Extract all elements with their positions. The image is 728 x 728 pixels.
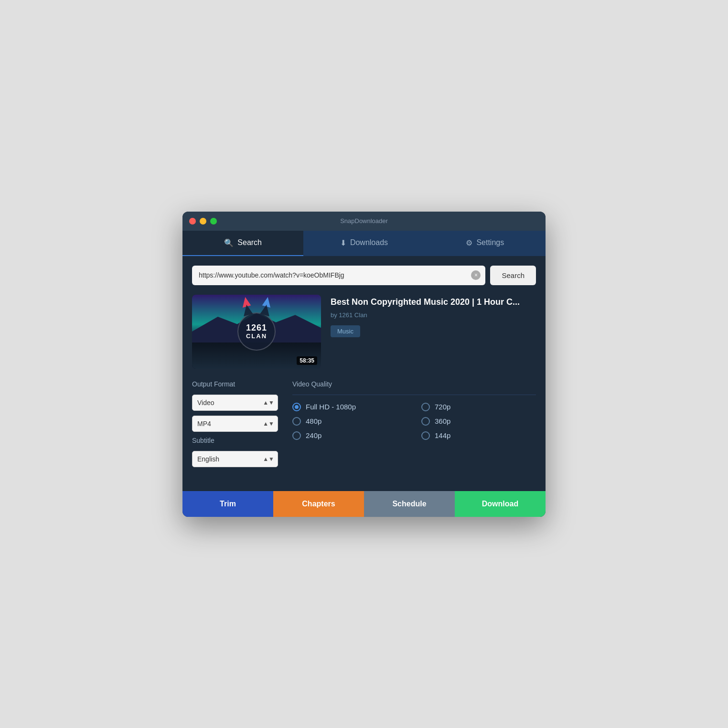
- quality-480p[interactable]: 480p: [292, 417, 407, 426]
- url-bar: × Search: [192, 266, 536, 285]
- type-select-wrap: Video Audio MP3 ▲▼: [192, 395, 278, 411]
- logo-number: 1261: [246, 323, 267, 333]
- url-input[interactable]: [192, 266, 485, 285]
- downloads-tab-icon: ⬇: [340, 238, 346, 247]
- search-tab-label: Search: [237, 238, 262, 247]
- options-left: Output Format Video Audio MP3 ▲▼ MP4 MKV…: [192, 380, 278, 472]
- downloads-tab-label: Downloads: [350, 238, 388, 247]
- subtitle-select-wrap: English None Spanish ▲▼: [192, 451, 278, 467]
- options-row: Output Format Video Audio MP3 ▲▼ MP4 MKV…: [192, 380, 536, 472]
- traffic-lights: [189, 218, 217, 225]
- radio-720p[interactable]: [421, 403, 430, 411]
- logo-text: 1261 CLAN: [246, 323, 267, 340]
- radio-inner-1080p: [295, 405, 299, 409]
- quality-1080p[interactable]: Full HD - 1080p: [292, 403, 407, 411]
- bottom-bar: Trim Chapters Schedule Download: [182, 491, 546, 517]
- tab-bar: 🔍 Search ⬇ Downloads ⚙ Settings: [182, 231, 546, 256]
- quality-label: Video Quality: [292, 380, 536, 388]
- quality-grid: Full HD - 1080p 720p 480p 360p: [292, 403, 536, 440]
- url-input-wrap: ×: [192, 266, 485, 285]
- app-title: SnapDownloader: [340, 217, 388, 225]
- chapters-button[interactable]: Chapters: [273, 491, 364, 517]
- titlebar: SnapDownloader: [182, 212, 546, 231]
- tab-downloads[interactable]: ⬇ Downloads: [303, 231, 424, 256]
- tab-search[interactable]: 🔍 Search: [182, 231, 303, 256]
- video-section: 1261 CLAN 58:35 Best Non Copyrighted Mus…: [192, 295, 536, 369]
- quality-144p[interactable]: 144p: [421, 431, 536, 440]
- subtitle-label: Subtitle: [192, 437, 278, 444]
- quality-label-480p: 480p: [306, 417, 321, 425]
- logo-circle: 1261 CLAN: [237, 312, 276, 351]
- subtitle-select[interactable]: English None Spanish: [192, 451, 278, 467]
- tab-settings[interactable]: ⚙ Settings: [425, 231, 546, 256]
- video-info: Best Non Copyrighted Music 2020 | 1 Hour…: [331, 295, 536, 369]
- main-content: × Search 1261: [182, 256, 546, 482]
- duration-badge: 58:35: [297, 356, 317, 365]
- quality-240p[interactable]: 240p: [292, 431, 407, 440]
- minimize-button[interactable]: [200, 218, 206, 225]
- video-title: Best Non Copyrighted Music 2020 | 1 Hour…: [331, 297, 536, 308]
- radio-360p[interactable]: [421, 417, 430, 426]
- search-tab-icon: 🔍: [224, 238, 234, 247]
- quality-label-240p: 240p: [306, 431, 321, 439]
- close-button[interactable]: [189, 218, 196, 225]
- schedule-button[interactable]: Schedule: [364, 491, 455, 517]
- search-button[interactable]: Search: [490, 266, 536, 285]
- video-tag: Music: [331, 325, 360, 337]
- settings-tab-label: Settings: [476, 238, 504, 247]
- app-window: SnapDownloader 🔍 Search ⬇ Downloads ⚙ Se…: [182, 212, 546, 517]
- container-select-wrap: MP4 MKV AVI ▲▼: [192, 416, 278, 432]
- video-channel: by 1261 Clan: [331, 311, 536, 319]
- quality-label-144p: 144p: [435, 431, 450, 439]
- radio-480p[interactable]: [292, 417, 301, 426]
- quality-label-720p: 720p: [435, 403, 450, 411]
- options-right: Video Quality Full HD - 1080p 720p: [292, 380, 536, 472]
- quality-label-1080p: Full HD - 1080p: [306, 403, 356, 411]
- quality-label-360p: 360p: [435, 417, 450, 425]
- quality-divider: [292, 395, 536, 395]
- type-select[interactable]: Video Audio MP3: [192, 395, 278, 411]
- trim-button[interactable]: Trim: [182, 491, 273, 517]
- logo-ears: [238, 305, 275, 315]
- output-format-label: Output Format: [192, 380, 278, 388]
- container-select[interactable]: MP4 MKV AVI: [192, 416, 278, 432]
- quality-360p[interactable]: 360p: [421, 417, 536, 426]
- maximize-button[interactable]: [210, 218, 217, 225]
- radio-1080p[interactable]: [292, 403, 301, 411]
- quality-720p[interactable]: 720p: [421, 403, 536, 411]
- settings-tab-icon: ⚙: [466, 238, 472, 247]
- radio-240p[interactable]: [292, 431, 301, 440]
- video-thumbnail: 1261 CLAN 58:35: [192, 295, 321, 369]
- download-button[interactable]: Download: [455, 491, 546, 517]
- logo-clan: CLAN: [246, 333, 267, 340]
- radio-144p[interactable]: [421, 431, 430, 440]
